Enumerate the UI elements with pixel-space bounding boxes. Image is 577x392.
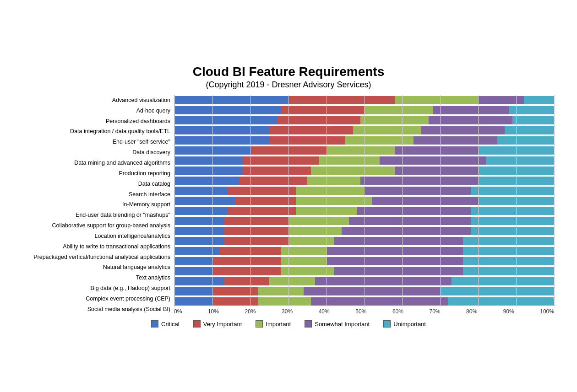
bar-row: [174, 106, 554, 114]
bar-segment: [395, 96, 478, 104]
bars-area: [174, 95, 554, 306]
bar-segment: [512, 116, 554, 124]
bar-segment: [349, 217, 470, 225]
bar-segment: [463, 247, 554, 255]
y-label: Data discovery: [23, 148, 170, 158]
legend-label: Unimportant: [393, 321, 426, 328]
bar-segment: [174, 106, 281, 114]
bar-segment: [174, 237, 224, 245]
bar-segment: [478, 166, 554, 175]
x-axis-label: 80%: [466, 308, 477, 315]
chart-subtitle: (Copyright 2019 - Dresner Advisory Servi…: [23, 80, 554, 90]
y-label: Location intelligence/analytics: [23, 231, 170, 241]
y-label: Data catalog: [23, 179, 170, 189]
bar-row: [174, 277, 554, 285]
bar-segment: [360, 116, 429, 124]
legend-item: Important: [256, 320, 291, 328]
bar-segment: [296, 187, 364, 195]
bar-segment: [174, 166, 243, 175]
x-axis-label: 20%: [245, 308, 256, 315]
y-label: Ad-hoc query: [23, 106, 170, 116]
y-label: Data mining and advanced algorithms: [23, 158, 170, 168]
bar-row: [174, 197, 554, 205]
bar-segment: [471, 227, 554, 235]
bar-segment: [258, 297, 311, 306]
bar-segment: [505, 126, 554, 134]
bar-row: [174, 96, 554, 104]
bar-row: [174, 227, 554, 235]
bar-segment: [372, 197, 478, 205]
bar-segment: [486, 156, 554, 165]
bar-segment: [269, 126, 353, 134]
bar-segment: [360, 177, 478, 185]
bar-segment: [327, 247, 463, 255]
bar-row: [174, 297, 554, 306]
x-axis: 0%10%20%30%40%50%60%70%80%90%100%: [174, 306, 554, 315]
bar-row: [174, 217, 554, 225]
legend-color-box: [151, 320, 158, 328]
bar-segment: [174, 227, 224, 235]
bar-segment: [304, 287, 440, 295]
y-label: Search interface: [23, 189, 170, 199]
bar-row: [174, 116, 554, 124]
legend-item: Somewhat Important: [305, 320, 370, 328]
bar-segment: [463, 237, 554, 245]
bar-segment: [524, 96, 554, 104]
bar-segment: [471, 207, 554, 215]
legend-item: Critical: [151, 320, 180, 328]
bars-section: 0%10%20%30%40%50%60%70%80%90%100%: [174, 95, 554, 315]
bar-segment: [281, 247, 326, 255]
bar-segment: [269, 277, 315, 285]
y-label: In-Memory support: [23, 200, 170, 210]
bar-segment: [224, 277, 269, 285]
y-axis: Advanced visualizationAd-hoc queryPerson…: [23, 95, 174, 315]
bar-segment: [471, 187, 554, 195]
bar-segment: [471, 217, 554, 225]
bar-segment: [174, 217, 224, 225]
bar-segment: [288, 237, 334, 245]
legend-item: Unimportant: [383, 320, 426, 328]
bar-segment: [288, 227, 342, 235]
bar-segment: [440, 287, 554, 295]
bar-segment: [174, 297, 212, 306]
bar-segment: [311, 166, 394, 175]
bar-segment: [212, 297, 258, 306]
bar-segment: [497, 136, 554, 145]
bar-segment: [281, 267, 334, 275]
y-label: End-user "self-service": [23, 137, 170, 147]
legend-color-box: [256, 320, 263, 328]
bar-row: [174, 156, 554, 165]
bar-segment: [224, 237, 288, 245]
x-axis-label: 40%: [319, 308, 330, 315]
bar-segment: [364, 187, 470, 195]
bar-segment: [288, 217, 349, 225]
bar-segment: [311, 297, 447, 306]
legend-color-box: [193, 320, 201, 328]
bar-segment: [281, 106, 364, 114]
bar-segment: [239, 177, 307, 185]
x-axis-label: 70%: [429, 308, 440, 315]
bar-segment: [357, 207, 471, 215]
bar-segment: [220, 247, 281, 255]
bar-segment: [463, 257, 554, 265]
y-label: Big data (e.g., Hadoop) support: [23, 284, 170, 294]
bar-segment: [243, 166, 311, 175]
bar-segment: [174, 116, 277, 124]
y-label: Text analytics: [23, 273, 170, 283]
legend-color-box: [383, 320, 391, 328]
y-label: End-user data blending or "mashups": [23, 210, 170, 220]
bar-segment: [345, 136, 414, 145]
legend-item: Very Important: [193, 320, 242, 328]
legend-label: Somewhat Important: [315, 321, 370, 328]
bar-segment: [174, 187, 228, 195]
chart-container: Cloud BI Feature Requirements (Copyright…: [14, 60, 563, 332]
y-label: Collaborative support for group-based an…: [23, 221, 170, 231]
bar-segment: [334, 237, 463, 245]
bar-segment: [277, 116, 360, 124]
x-axis-label: 90%: [503, 308, 514, 315]
bar-segment: [228, 207, 296, 215]
bar-segment: [478, 177, 554, 185]
bar-row: [174, 126, 554, 134]
x-axis-label: 0%: [174, 308, 182, 315]
y-label: Advanced visualization: [23, 95, 170, 105]
